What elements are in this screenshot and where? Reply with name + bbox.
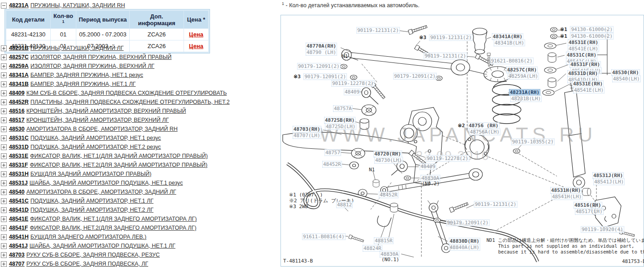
- diagram-part-label[interactable]: 48341A(RH): [492, 34, 523, 40]
- diagram-part-label[interactable]: 91611-B0816(4): [302, 234, 346, 240]
- expand-icon[interactable]: [1, 261, 7, 267]
- diagram-part-label[interactable]: 48756A(LH): [469, 129, 500, 135]
- diagram-part-label[interactable]: 48531J(RH): [592, 173, 624, 178]
- parts-list-item[interactable]: 48259AИЗОЛЯТОР, ЗАДНЯЯ ПРУЖИНА, ВЕРХНИЙ …: [1, 62, 230, 71]
- part-group-link[interactable]: 48531EФИКСАТОР, ВАЛИК, НЕТ.1(ДЛЯ ЗАДНИЙ …: [9, 153, 208, 159]
- expand-icon[interactable]: [1, 198, 7, 204]
- parts-list-item[interactable]: 48231BПРУЖИНЫ, КАТУШКИ, ЗАДНИЙ ЛГ: [1, 44, 230, 53]
- diagram-part-label[interactable]: 48259A(LH): [508, 74, 539, 79]
- part-group-link[interactable]: 48530АМОРТИЗАТОРА В СБОРЕ, АМОРТИЗАТОР, …: [9, 126, 178, 132]
- diagram-part-label[interactable]: 48516(RH): [574, 203, 602, 208]
- expand-icon[interactable]: [1, 45, 7, 51]
- expand-icon[interactable]: [1, 108, 7, 114]
- diagram-part-label[interactable]: 48790 (LH): [306, 50, 337, 55]
- expand-icon[interactable]: [1, 207, 7, 213]
- diagram-part-label[interactable]: 48840A(LH): [449, 245, 480, 250]
- expand-icon[interactable]: [1, 54, 7, 60]
- parts-list-item[interactable]: 48516КРОНШТЕЙН, ЗАДНИЙ АМОРТИЗАТОР, ВЕРХ…: [1, 107, 230, 116]
- parts-list-item[interactable]: 48531DПОДУШКА, ЗАДНИЙ АМОРТИЗАТОР, НЕТ.2…: [1, 142, 230, 151]
- parts-list-item[interactable]: 48517КРОНШТЕЙН, ЗАДНИЙ АМОРТИЗАТОР, ВЕРХ…: [1, 116, 230, 125]
- diagram-part-label[interactable]: 48770A(RH): [306, 44, 337, 49]
- part-group-link[interactable]: 48231AПРУЖИНЫ, КАТУШКИ, ЗАДНИИ RH: [9, 2, 125, 9]
- parts-list-item[interactable]: 48541JШАЙБА, ЗАДНИЙ АМОРТИЗАТОР ПОДУШКА,…: [1, 241, 230, 250]
- part-group-link[interactable]: 48259AИЗОЛЯТОР, ЗАДНЯЯ ПРУЖИНА, ВЕРХНИЙ …: [9, 63, 154, 69]
- diagram-part-label[interactable]: 48531D(RH): [567, 71, 599, 76]
- diagram-part-label[interactable]: 48257C(RH): [506, 67, 538, 73]
- diagram-part-label[interactable]: 48725D(LH): [325, 124, 356, 129]
- part-group-link[interactable]: 48531CПОДУШКА, ЗАДНИЙ АМОРТИЗАТОР, НЕТ.1…: [9, 135, 161, 141]
- part-group-link[interactable]: 48409КЭМ СУБ-В СБОРЕ, ЗАДНЯЯ ПОДВЕСКА СХ…: [9, 90, 227, 96]
- part-group-link[interactable]: 48707РУКУ СУБ-В СБОРЕ, ЗАДНЯЯ ПОДВЕСКА, …: [9, 261, 148, 267]
- diagram-part-label[interactable]: 48703(RH): [293, 127, 321, 132]
- expand-icon[interactable]: [1, 90, 7, 96]
- diagram-part-label[interactable]: 48231B(LH): [510, 96, 542, 102]
- diagram-part-label[interactable]: ※2 48756 (RH): [458, 123, 499, 129]
- diagram-part-label[interactable]: 48531C(RH): [566, 53, 597, 58]
- diagram-part-label[interactable]: 48541H(LH): [551, 194, 583, 200]
- collapse-icon[interactable]: [1, 3, 7, 9]
- diagram-part-label[interactable]: 48815R: [374, 238, 394, 244]
- part-group-link[interactable]: 48517КРОНШТЕЙН, ЗАДНИЙ АМОРТИЗАТОР, ВЕРХ…: [9, 117, 169, 123]
- diagram-part-label[interactable]: 48540(LH): [612, 76, 641, 82]
- part-group-link[interactable]: 48341BБАМПЕР, ЗАДНЯЯ ПРУЖИНА, НЕТ.1 ЛГ: [9, 81, 136, 87]
- parts-list-item[interactable]: 48530АМОРТИЗАТОРА В СБОРЕ, АМОРТИЗАТОР, …: [1, 125, 230, 134]
- diagram-part-label[interactable]: ※3 90179-12091(2): [294, 74, 347, 80]
- part-group-link[interactable]: 48703РУКУ СУБ-В СБОРЕ, ЗАДНЯЯ ПОДВЕСКА, …: [9, 252, 160, 258]
- expand-icon[interactable]: [1, 99, 7, 105]
- part-group-link[interactable]: 48531HБУШ(ДЛЯ ЗАДНИЙ АМОРТИЗАТОР ПРАВЫЙ): [9, 171, 151, 177]
- expand-icon[interactable]: [1, 126, 7, 132]
- diagram-part-label[interactable]: 48341B(LH): [494, 40, 525, 46]
- part-group-link[interactable]: 48452RПЛАСТИНЫ, ЗАДНЯЯ ПОДВЕСКА СХОЖДЕНИ…: [9, 99, 230, 105]
- parts-list-item[interactable]: 48541EФИКСАТОР, ВАЛИК, НЕТ.1(ДЛЯ ЗАДНЕГО…: [1, 214, 230, 223]
- expand-icon[interactable]: [1, 72, 7, 78]
- diagram-part-label[interactable]: 48531E(RH): [568, 40, 599, 45]
- diagram-part-label[interactable]: ※1 94130-61000(2): [560, 34, 613, 39]
- diagram-part-label[interactable]: 48707(LH): [293, 133, 321, 138]
- diagram-part-label[interactable]: 48452R: [379, 192, 399, 198]
- diagram-part-label[interactable]: ※3 90119-12131(2): [419, 35, 473, 40]
- diagram-part-label[interactable]: 90119-10355(2): [511, 139, 555, 145]
- parts-list-item[interactable]: 48707РУКУ СУБ-В СБОРЕ, ЗАДНЯЯ ПОДВЕСКА, …: [1, 259, 230, 267]
- parts-list-item[interactable]: 48703РУКУ СУБ-В СБОРЕ, ЗАДНЯЯ ПОДВЕСКА, …: [1, 250, 230, 259]
- diagram-part-label[interactable]: 90179-12091(2): [297, 64, 341, 69]
- diagram-part-label[interactable]: 48730(LH): [374, 158, 403, 163]
- diagram-part-label[interactable]: 48720(RH): [373, 151, 402, 157]
- diagram-part-label[interactable]: 48541E(LH): [568, 46, 599, 52]
- diagram-part-label[interactable]: 48541E(LH): [573, 88, 605, 93]
- parts-list-item[interactable]: 48341AБАМПЕР, ЗАДНЯЯ ПРУЖИНА, НЕТ.1 резу…: [1, 71, 230, 80]
- diagram-part-label[interactable]: 48530(RH): [611, 70, 640, 76]
- parts-list-item[interactable]: 48531EФИКСАТОР, ВАЛИК, НЕТ.1(ДЛЯ ЗАДНИЙ …: [1, 151, 230, 160]
- part-group-link[interactable]: 48257CИЗОЛЯТОР, ЗАДНЯЯ ПРУЖИНА, ВЕРХНИЙ …: [9, 54, 171, 60]
- expand-icon[interactable]: [1, 252, 7, 258]
- part-group-link[interactable]: 48231BПРУЖИНЫ, КАТУШКИ, ЗАДНИЙ ЛГ: [9, 45, 123, 51]
- parts-list-item[interactable]: 48531JШАЙБА, ЗАДНИЙ АМОРТИЗАТОР ПОДУШКА,…: [1, 178, 230, 187]
- diagram-part-label[interactable]: 48531H(RH): [550, 188, 582, 193]
- diagram-part-label[interactable]: 90179-12091(2): [446, 220, 490, 226]
- diagram-part-label[interactable]: 48231A(RH): [509, 90, 540, 95]
- diagram-part-label[interactable]: 91621-B0816(2): [490, 58, 534, 64]
- diagram-part-label[interactable]: 48725B(RH): [324, 118, 355, 123]
- part-group-link[interactable]: 48516КРОНШТЕЙН, ЗАДНИЙ АМОРТИЗАТОР, ВЕРХ…: [9, 108, 186, 114]
- diagram-part-label[interactable]: 48517(LH): [575, 209, 604, 214]
- expand-icon[interactable]: [1, 144, 7, 150]
- parts-list-item[interactable]: 48541CПОДУШКА, ЗАДНИЙ АМОРТИЗАТОР, НЕТ.1…: [1, 196, 230, 205]
- parts-list-item[interactable]: 48531FФИКСАТОР, ВАЛИК, НЕТ.2(ДЛЯ ЗАДНИЙ …: [1, 160, 230, 169]
- part-group-link[interactable]: 48541JШАЙБА, ЗАДНИЙ АМОРТИЗАТОР ПОДУШКА,…: [9, 243, 175, 249]
- expand-icon[interactable]: [1, 153, 7, 159]
- expand-icon[interactable]: [1, 225, 7, 231]
- diagram-part-label[interactable]: 48452R: [322, 162, 342, 167]
- expand-icon[interactable]: [1, 81, 7, 87]
- parts-list-item[interactable]: 48541DПОДУШКА, ЗАДНИЙ АМОРТИЗАТОР, НЕТ.2…: [1, 205, 230, 214]
- parts-list-item[interactable]: 48409КЭМ СУБ-В СБОРЕ, ЗАДНЯЯ ПОДВЕСКА СХ…: [1, 89, 230, 98]
- diagram-part-label[interactable]: 48812: [336, 202, 353, 208]
- part-group-link[interactable]: 48541FФИКСАТОР, ВАЛИК, НЕТ.2(ДЛЯ ЗАДНЕГО…: [9, 225, 197, 231]
- diagram-part-label[interactable]: ※1 94130-61000(2): [560, 27, 613, 32]
- diagram-part-label[interactable]: 48531E(RH): [572, 81, 604, 87]
- diagram-part-label[interactable]: 90119-12278(2): [426, 156, 469, 161]
- expand-icon[interactable]: [1, 117, 7, 123]
- diagram-part-label[interactable]: 48409: [420, 164, 436, 169]
- parts-list-item[interactable]: 48257CИЗОЛЯТОР, ЗАДНЯЯ ПРУЖИНА, ВЕРХНИЙ …: [1, 53, 230, 62]
- expand-icon[interactable]: [1, 162, 7, 168]
- expand-icon[interactable]: [1, 180, 7, 186]
- parts-list-item[interactable]: 48341BБАМПЕР, ЗАДНЯЯ ПРУЖИНА, НЕТ.1 ЛГ: [1, 80, 230, 89]
